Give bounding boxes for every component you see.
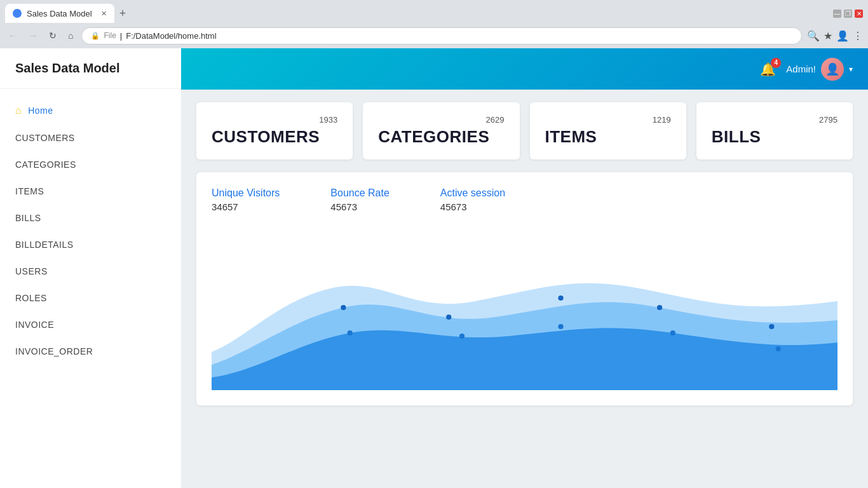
svg-point-1	[459, 334, 465, 339]
sidebar-logo: Sales Data Model	[0, 48, 181, 89]
metric-bounce-rate-label: Bounce Rate	[330, 187, 390, 199]
minimize-button[interactable]: —	[833, 10, 841, 18]
stat-label-items: ITEMS	[545, 127, 671, 147]
sidebar-item-roles[interactable]: ROLES	[0, 285, 181, 311]
stat-count-categories: 2629	[378, 115, 504, 125]
chart-metrics: Unique Visitors 34657 Bounce Rate 45673 …	[212, 187, 837, 212]
profile-icon[interactable]: 👤	[836, 30, 849, 42]
stat-card-items[interactable]: 1219 ITEMS	[530, 102, 686, 159]
app: Sales Data Model ⌂ Home CUSTOMERS CATEGO…	[0, 48, 868, 488]
svg-point-8	[657, 305, 662, 310]
metric-active-session-value: 45673	[440, 201, 505, 212]
maximize-button[interactable]: ❐	[844, 10, 852, 18]
metric-active-session-label: Active session	[440, 187, 505, 199]
home-nav-button[interactable]: ⌂	[65, 29, 76, 43]
top-header: 🔔 4 Admin! 👤 ▾	[181, 48, 868, 90]
metric-unique-visitors-value: 34657	[212, 201, 280, 212]
stat-card-categories[interactable]: 2629 CATEGORIES	[363, 102, 519, 159]
lock-icon: 🔒	[91, 32, 100, 40]
dropdown-arrow: ▾	[849, 65, 853, 74]
sidebar-item-items[interactable]: ITEMS	[0, 178, 181, 205]
svg-point-3	[670, 330, 675, 336]
stat-card-customers[interactable]: 1933 CUSTOMERS	[196, 102, 353, 159]
svg-point-6	[446, 315, 451, 320]
sidebar-item-invoice-label: INVOICE	[15, 320, 54, 330]
window-controls: — ❐ ✕	[833, 10, 863, 18]
sidebar-item-invoice-order-label: INVOICE_ORDER	[15, 346, 93, 356]
svg-point-4	[776, 346, 781, 351]
sidebar-item-categories-label: CATEGORIES	[15, 159, 76, 170]
sidebar-nav: ⌂ Home CUSTOMERS CATEGORIES ITEMS BILLS …	[0, 89, 181, 372]
browser-chrome: Sales Data Model ✕ + — ❐ ✕ ← → ↻ ⌂ 🔒 Fil…	[0, 0, 868, 48]
sidebar-item-invoice-order[interactable]: INVOICE_ORDER	[0, 338, 181, 365]
sidebar-item-items-label: ITEMS	[15, 186, 44, 196]
stat-count-bills: 2795	[712, 115, 837, 125]
svg-point-2	[558, 324, 563, 329]
main: 🔔 4 Admin! 👤 ▾ 1933 CUSTOMERS 2629 CATEG…	[181, 48, 868, 488]
reload-button[interactable]: ↻	[46, 29, 60, 43]
bookmark-icon[interactable]: ★	[824, 30, 832, 42]
svg-point-9	[769, 324, 774, 329]
url-separator: |	[120, 31, 122, 41]
metric-unique-visitors: Unique Visitors 34657	[212, 187, 280, 212]
stat-label-categories: CATEGORIES	[378, 127, 504, 147]
svg-point-5	[341, 305, 346, 310]
sidebar-item-billdetails[interactable]: BILLDETAILS	[0, 231, 181, 258]
stat-count-items: 1219	[545, 115, 671, 125]
user-name: Admin!	[786, 64, 816, 74]
tab-bar: Sales Data Model ✕ + — ❐ ✕	[0, 0, 868, 23]
notification-badge: 4	[771, 58, 781, 68]
url-file-label: File	[104, 31, 116, 40]
avatar: 👤	[821, 58, 844, 81]
chart-section: Unique Visitors 34657 Bounce Rate 45673 …	[196, 172, 853, 405]
tab-favicon	[13, 9, 22, 18]
url-bar[interactable]: 🔒 File | F:/DataModel/home.html	[81, 27, 802, 44]
user-menu[interactable]: Admin! 👤 ▾	[786, 58, 853, 81]
sidebar-item-bills[interactable]: BILLS	[0, 205, 181, 231]
chart-svg	[212, 225, 837, 390]
sidebar-item-roles-label: ROLES	[15, 293, 47, 303]
sidebar-item-home[interactable]: ⌂ Home	[0, 97, 181, 125]
svg-point-0	[348, 330, 353, 336]
metric-unique-visitors-label: Unique Visitors	[212, 187, 280, 199]
stat-count-customers: 1933	[212, 115, 337, 125]
svg-point-7	[558, 295, 563, 301]
metric-bounce-rate-value: 45673	[330, 201, 390, 212]
new-tab-button[interactable]: +	[119, 8, 126, 19]
metric-bounce-rate: Bounce Rate 45673	[330, 187, 390, 212]
notification-bell[interactable]: 🔔 4	[760, 62, 776, 77]
close-button[interactable]: ✕	[855, 10, 863, 18]
stat-card-bills[interactable]: 2795 BILLS	[696, 102, 853, 159]
stat-label-bills: BILLS	[712, 127, 837, 147]
home-icon: ⌂	[15, 105, 22, 116]
tab-close-button[interactable]: ✕	[101, 10, 107, 18]
sidebar-item-users-label: USERS	[15, 266, 48, 276]
sidebar-item-home-label: Home	[28, 105, 53, 116]
stat-label-customers: CUSTOMERS	[212, 127, 337, 147]
menu-icon[interactable]: ⋮	[853, 30, 863, 42]
forward-button[interactable]: →	[25, 29, 41, 43]
sidebar-item-customers[interactable]: CUSTOMERS	[0, 125, 181, 151]
sidebar-item-invoice[interactable]: INVOICE	[0, 311, 181, 338]
zoom-icon[interactable]: 🔍	[807, 30, 820, 42]
address-right-icons: 🔍 ★ 👤 ⋮	[807, 30, 863, 42]
sidebar-item-categories[interactable]: CATEGORIES	[0, 151, 181, 178]
address-bar: ← → ↻ ⌂ 🔒 File | F:/DataModel/home.html …	[0, 23, 868, 48]
metric-active-session: Active session 45673	[440, 187, 505, 212]
sidebar-item-bills-label: BILLS	[15, 213, 41, 223]
content-area: 1933 CUSTOMERS 2629 CATEGORIES 1219 ITEM…	[181, 90, 868, 488]
sidebar-item-billdetails-label: BILLDETAILS	[15, 240, 74, 250]
back-button[interactable]: ←	[5, 29, 20, 43]
area-chart	[212, 225, 837, 390]
active-tab[interactable]: Sales Data Model ✕	[5, 4, 114, 23]
tab-title: Sales Data Model	[27, 9, 92, 18]
sidebar: Sales Data Model ⌂ Home CUSTOMERS CATEGO…	[0, 48, 181, 488]
url-path: F:/DataModel/home.html	[126, 31, 216, 41]
sidebar-item-users[interactable]: USERS	[0, 258, 181, 285]
sidebar-item-customers-label: CUSTOMERS	[15, 133, 75, 143]
stats-row: 1933 CUSTOMERS 2629 CATEGORIES 1219 ITEM…	[196, 102, 853, 159]
